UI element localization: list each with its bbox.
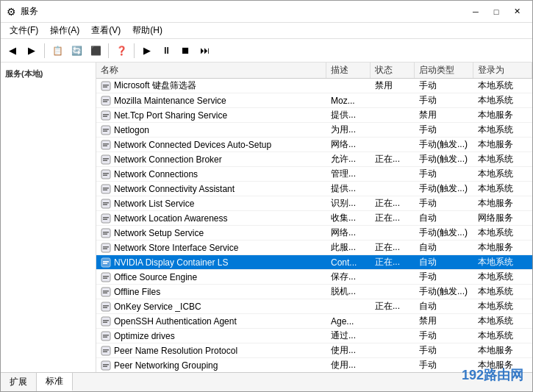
toolbar-separator-2 <box>108 43 109 58</box>
back-button[interactable]: ◀ <box>4 42 21 60</box>
table-row[interactable]: Peer Name Resolution Protocol 使用... 手动 本… <box>96 343 532 358</box>
cell-desc: 提供... <box>326 182 371 196</box>
toolbar-btn-help[interactable]: ❓ <box>112 42 130 60</box>
forward-button[interactable]: ▶ <box>23 42 40 60</box>
svg-rect-13 <box>103 143 109 145</box>
svg-rect-55 <box>103 349 109 351</box>
cell-name: Network Connected Devices Auto-Setup <box>96 138 326 152</box>
cell-startup: 手动(触发...) <box>415 152 473 166</box>
table-row[interactable]: Microsoft 键盘筛选器 禁用 手动 本地系统 <box>96 79 532 93</box>
cell-status <box>371 285 415 299</box>
table-row[interactable]: Network Connectivity Assistant 提供... 手动(… <box>96 182 532 196</box>
cell-desc: 使用... <box>326 343 371 357</box>
svg-rect-50 <box>103 321 107 323</box>
watermark: 192路由网 <box>462 366 523 384</box>
cell-status: 禁用 <box>371 79 415 93</box>
table-row[interactable]: Network Connection Broker 允许... 正在... 手动… <box>96 152 532 167</box>
col-header-login[interactable]: 登录为 <box>473 63 532 78</box>
table-row[interactable]: Net.Tcp Port Sharing Service 提供... 禁用 本地… <box>96 108 532 123</box>
svg-rect-36 <box>101 258 110 267</box>
table-row[interactable]: Network Location Awareness 收集... 正在... 自… <box>96 211 532 226</box>
cell-desc: 使用... <box>326 358 371 372</box>
cell-desc: 脱机... <box>326 285 371 299</box>
table-row[interactable]: Mozilla Maintenance Service Moz... 手动 本地… <box>96 93 532 108</box>
col-header-desc[interactable]: 描述 <box>326 63 371 78</box>
cell-desc: 网络... <box>326 226 371 240</box>
svg-rect-0 <box>101 82 110 90</box>
table-row[interactable]: Network List Service 识别... 正在... 手动 本地服务 <box>96 196 532 211</box>
window-title: 服务 <box>21 5 38 18</box>
toolbar-btn-refresh[interactable]: 🔄 <box>68 42 85 60</box>
cell-status: 正在... <box>371 152 415 166</box>
table-body[interactable]: Microsoft 键盘筛选器 禁用 手动 本地系统 Mozilla Maint… <box>96 79 532 372</box>
menu-file[interactable]: 文件(F) <box>4 23 44 38</box>
col-header-status[interactable]: 状态 <box>371 63 415 78</box>
cell-desc: Age... <box>326 314 371 328</box>
tab-extend[interactable]: 扩展 <box>1 373 37 391</box>
svg-rect-3 <box>101 96 110 105</box>
cell-login: 本地系统 <box>473 182 532 196</box>
close-button[interactable]: ✕ <box>507 4 526 19</box>
cell-login: 本地系统 <box>473 285 532 299</box>
svg-rect-21 <box>101 185 110 193</box>
menu-action[interactable]: 操作(A) <box>44 23 85 38</box>
minimize-button[interactable]: ─ <box>466 4 485 19</box>
title-bar: ⚙ 服务 ─ □ ✕ <box>1 1 532 23</box>
col-header-startup[interactable]: 启动类型 <box>415 63 473 78</box>
toolbar-btn-stop[interactable]: ⬛ <box>87 42 104 60</box>
toolbar-btn-doc[interactable]: 📋 <box>49 42 66 60</box>
cell-name: Optimize drives <box>96 329 326 343</box>
sidebar: 服务(本地) <box>1 63 96 372</box>
table-row[interactable]: OpenSSH Authentication Agent Age... 禁用 本… <box>96 314 532 329</box>
tab-standard[interactable]: 标准 <box>37 373 73 391</box>
cell-desc: 识别... <box>326 196 371 210</box>
cell-login: 本地系统 <box>473 329 532 343</box>
table-row[interactable]: Network Connected Devices Auto-Setup 网络.… <box>96 138 532 152</box>
svg-rect-2 <box>103 86 107 88</box>
cell-login: 本地服务 <box>473 343 532 357</box>
cell-name: NVIDIA Display Container LS <box>96 255 326 269</box>
cell-login: 本地系统 <box>473 79 532 93</box>
cell-login: 本地服务 <box>473 108 532 122</box>
cell-login: 本地系统 <box>473 123 532 137</box>
menu-view[interactable]: 查看(V) <box>85 23 126 38</box>
cell-startup: 自动 <box>415 240 473 254</box>
bottom-bar: 扩展 标准 <box>1 372 532 391</box>
cell-status <box>371 138 415 152</box>
cell-startup: 自动 <box>415 299 473 313</box>
table-row[interactable]: Netlogon 为用... 手动 本地系统 <box>96 123 532 138</box>
svg-rect-31 <box>103 232 109 233</box>
cell-status <box>371 182 415 196</box>
table-row[interactable]: NVIDIA Display Container LS Cont... 正在..… <box>96 255 532 270</box>
maximize-button[interactable]: □ <box>487 4 506 19</box>
table-row[interactable]: Office Source Engine 保存... 手动 本地系统 <box>96 270 532 285</box>
toolbar-btn-play[interactable]: ▶ <box>138 42 156 60</box>
table-row[interactable]: Network Store Interface Service 此服... 正在… <box>96 240 532 255</box>
svg-rect-47 <box>103 307 107 308</box>
cell-desc: 管理... <box>326 167 371 181</box>
cell-startup: 手动 <box>415 196 473 210</box>
cell-login: 本地系统 <box>473 270 532 284</box>
svg-rect-35 <box>103 248 107 249</box>
app-icon: ⚙ <box>7 6 16 18</box>
cell-startup: 手动(触发...) <box>415 182 473 196</box>
col-header-name[interactable]: 名称 <box>96 63 326 78</box>
svg-rect-42 <box>101 288 110 296</box>
svg-rect-46 <box>103 305 109 307</box>
cell-status <box>371 270 415 284</box>
cell-startup: 手动 <box>415 123 473 137</box>
toolbar-btn-square[interactable]: ⏹ <box>176 42 194 60</box>
svg-rect-49 <box>103 320 109 321</box>
table-row[interactable]: Network Connections 管理... 手动 本地系统 <box>96 167 532 182</box>
table-row[interactable]: Network Setup Service 网络... 手动(触发...) 本地… <box>96 226 532 240</box>
cell-startup: 手动 <box>415 270 473 284</box>
svg-rect-38 <box>103 263 107 264</box>
toolbar-btn-pause[interactable]: ⏸ <box>157 42 175 60</box>
menu-help[interactable]: 帮助(H) <box>126 23 168 38</box>
table-row[interactable]: Optimize drives 通过... 手动 本地系统 <box>96 329 532 343</box>
cell-desc: Moz... <box>326 93 371 107</box>
toolbar-btn-skip[interactable]: ⏭ <box>196 42 213 60</box>
cell-login: 本地系统 <box>473 255 532 269</box>
table-row[interactable]: OnKey Service _ICBC 正在... 自动 本地系统 <box>96 299 532 314</box>
table-row[interactable]: Offline Files 脱机... 手动(触发...) 本地系统 <box>96 285 532 299</box>
